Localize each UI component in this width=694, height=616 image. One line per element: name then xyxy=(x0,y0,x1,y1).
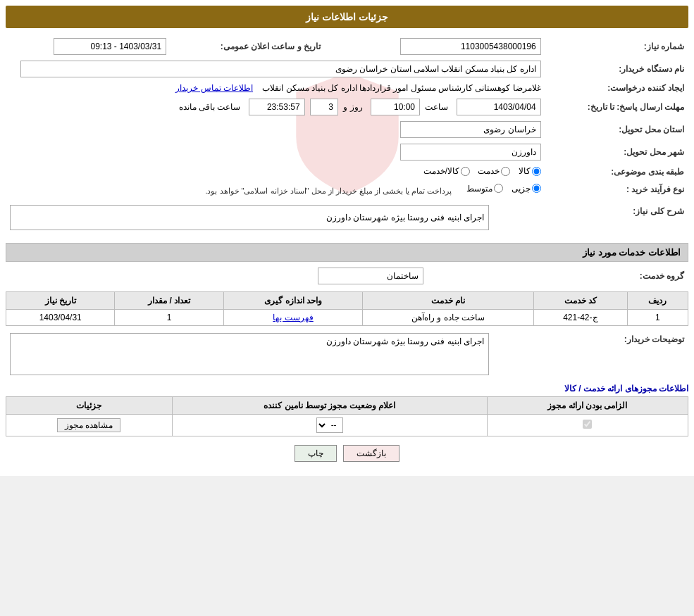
category-kala-khedmat-label: کالا/خدمت xyxy=(423,166,459,176)
row-need-number: شماره نیاز: 1103005438000196 تاریخ و ساع… xyxy=(6,35,688,58)
requester-value: غلامرضا کوهستانی کارشناس مسئول امور قرار… xyxy=(6,80,545,96)
service-group-table: گروه خدمت: ساختمان xyxy=(6,265,688,287)
category-khedmat-radio[interactable] xyxy=(501,167,510,176)
services-table-head: ردیف کد خدمت نام خدمت واحد اندازه گیری ت… xyxy=(6,292,688,310)
buyer-notes-table: توضیحات خریدار: اجرای ابنیه فنی روستا بی… xyxy=(6,330,688,378)
announce-date-label: تاریخ و ساعت اعلان عمومی: xyxy=(171,35,342,58)
licenses-header-row: الزامی بودن ارائه مجوز اعلام وضعیت مجوز … xyxy=(6,397,688,415)
cell-license-details: مشاهده مجوز xyxy=(6,415,173,436)
category-options: کالا خدمت کالا/خدمت xyxy=(6,163,545,181)
announce-date-value: 1403/03/31 - 09:13 xyxy=(6,35,171,58)
city-value: داورزن xyxy=(6,141,545,163)
buyer-org-input: اداره کل بنیاد مسکن انقلاب اسلامی استان … xyxy=(20,61,541,77)
purchase-type-partial[interactable]: جزیی xyxy=(512,184,541,194)
contact-link[interactable]: اطلاعات تماس خریدار xyxy=(175,83,253,93)
category-kala-khedmat[interactable]: کالا/خدمت xyxy=(423,166,470,176)
table-row: -- مشاهده مجوز xyxy=(6,415,688,436)
city-input: داورزن xyxy=(400,144,541,161)
purchase-type-medium-radio[interactable] xyxy=(494,184,503,193)
row-city: شهر محل تحویل: داورزن xyxy=(6,141,688,163)
licenses-table: الزامی بودن ارائه مجوز اعلام وضعیت مجوز … xyxy=(6,396,688,436)
province-label: استان محل تحویل: xyxy=(545,118,688,141)
category-khedmat[interactable]: خدمت xyxy=(478,166,510,176)
buyer-notes-label: توضیحات خریدار: xyxy=(493,330,688,378)
col-row-num: ردیف xyxy=(627,292,688,310)
cell-row-num: 1 xyxy=(627,310,688,326)
purchase-type-medium-label: متوسط xyxy=(466,184,492,194)
service-group-row: گروه خدمت: ساختمان xyxy=(6,265,688,287)
cell-service-name: ساخت جاده و راه‌آهن xyxy=(363,310,533,326)
purchase-type-medium[interactable]: متوسط xyxy=(466,184,503,194)
col-license-required: الزامی بودن ارائه مجوز xyxy=(487,397,688,415)
licenses-section-title: اطلاعات مجوزهای ارائه خدمت / کالا xyxy=(6,384,688,394)
deadline-date-input: 1403/04/04 xyxy=(457,99,541,115)
purchase-type-options: جزیی متوسط پرداخت تمام یا بخشی از مبلغ خ… xyxy=(6,181,545,199)
purchase-type-partial-radio[interactable] xyxy=(532,184,541,193)
licenses-table-body: -- مشاهده مجوز xyxy=(6,415,688,436)
table-row: 1 ج-42-421 ساخت جاده و راه‌آهن فهرست بها… xyxy=(6,310,688,326)
col-need-date: تاریخ نیاز xyxy=(6,292,115,310)
view-license-button[interactable]: مشاهده مجوز xyxy=(57,418,120,432)
cell-unit[interactable]: فهرست بها xyxy=(223,310,363,326)
cell-license-status: -- xyxy=(172,415,487,436)
services-header-row: ردیف کد خدمت نام خدمت واحد اندازه گیری ت… xyxy=(6,292,688,310)
deadline-day-input: 3 xyxy=(310,99,338,115)
need-description-table: شرح کلی نیاز: اجرای ابنیه فنی روستا بیژه… xyxy=(6,202,688,233)
purchase-type-partial-label: جزیی xyxy=(512,184,531,194)
deadline-time-input: 10:00 xyxy=(371,99,420,115)
requester-label: ایجاد کننده درخواست: xyxy=(545,80,688,96)
services-section-title: اطلاعات خدمات مورد نیاز xyxy=(6,243,688,262)
info-table: شماره نیاز: 1103005438000196 تاریخ و ساع… xyxy=(6,35,688,198)
category-kala-label: کالا xyxy=(519,166,531,176)
buyer-notes-value: اجرای ابنیه فنی روستا بیژه شهرستان داورز… xyxy=(6,330,493,378)
purchase-type-note: پرداخت تمام یا بخشی از مبلغ خریدار از مح… xyxy=(205,186,452,194)
deadline-remaining-label: ساعت باقی مانده xyxy=(179,102,241,112)
need-number-input: 1103005438000196 xyxy=(400,38,541,55)
row-province: استان محل تحویل: خراسان رضوی xyxy=(6,118,688,141)
purchase-type-label: نوع فرآیند خرید : xyxy=(545,181,688,199)
print-button[interactable]: چاپ xyxy=(295,445,337,462)
category-khedmat-label: خدمت xyxy=(478,166,500,176)
col-quantity: تعداد / مقدار xyxy=(115,292,223,310)
announce-date-input: 1403/03/31 - 09:13 xyxy=(54,38,166,55)
services-table: ردیف کد خدمت نام خدمت واحد اندازه گیری ت… xyxy=(6,291,688,326)
need-description-row: شرح کلی نیاز: اجرای ابنیه فنی روستا بیژه… xyxy=(6,202,688,233)
deadline-time-label: ساعت xyxy=(425,102,448,112)
need-description-label: شرح کلی نیاز: xyxy=(493,202,688,233)
need-description-value: اجرای ابنیه فنی روستا بیژه شهرستان داورز… xyxy=(6,202,493,233)
page-wrapper: جزئیات اطلاعات نیاز A شماره نیاز: 110300… xyxy=(0,0,694,476)
deadline-values: 1403/04/04 ساعت 10:00 روز و 3 23:53:57 س… xyxy=(6,96,545,118)
col-service-name: نام خدمت xyxy=(363,292,533,310)
row-buyer-org: نام دستگاه خریدار: اداره کل بنیاد مسکن ا… xyxy=(6,58,688,80)
buyer-notes-input: اجرای ابنیه فنی روستا بیژه شهرستان داورز… xyxy=(10,333,489,375)
cell-service-code: ج-42-421 xyxy=(533,310,627,326)
col-license-status: اعلام وضعیت مجوز توسط نامین کننده xyxy=(172,397,487,415)
back-button[interactable]: بازگشت xyxy=(343,445,399,462)
category-kala-radio[interactable] xyxy=(532,167,541,176)
service-group-input: ساختمان xyxy=(318,268,423,284)
buyer-org-value: اداره کل بنیاد مسکن انقلاب اسلامی استان … xyxy=(6,58,545,80)
province-value: خراسان رضوی xyxy=(6,118,545,141)
need-description-input: اجرای ابنیه فنی روستا بیژه شهرستان داورز… xyxy=(10,205,489,230)
deadline-label: مهلت ارسال پاسخ: تا تاریخ: xyxy=(545,96,688,118)
col-service-code: کد خدمت xyxy=(533,292,627,310)
col-unit: واحد اندازه گیری xyxy=(223,292,363,310)
info-section: A شماره نیاز: 1103005438000196 تاریخ و س… xyxy=(6,35,688,237)
cell-need-date: 1403/04/31 xyxy=(6,310,115,326)
license-status-select[interactable]: -- xyxy=(316,417,343,433)
row-category: طبقه بندی موضوعی: کالا خدمت کالا/خدمت xyxy=(6,163,688,181)
row-deadline: مهلت ارسال پاسخ: تا تاریخ: 1403/04/04 سا… xyxy=(6,96,688,118)
requester-text: غلامرضا کوهستانی کارشناس مسئول امور قرار… xyxy=(262,83,540,93)
buttons-row: بازگشت چاپ xyxy=(6,445,688,462)
need-number-label: شماره نیاز: xyxy=(545,35,688,58)
category-kala-khedmat-radio[interactable] xyxy=(461,167,470,176)
info-content: شماره نیاز: 1103005438000196 تاریخ و ساع… xyxy=(6,35,688,233)
buyer-org-label: نام دستگاه خریدار: xyxy=(545,58,688,80)
cell-license-required xyxy=(487,415,688,436)
service-group-label: گروه خدمت: xyxy=(428,265,688,287)
province-input: خراسان رضوی xyxy=(400,121,541,138)
category-kala[interactable]: کالا xyxy=(519,166,541,176)
cell-quantity: 1 xyxy=(115,310,223,326)
need-number-value: 1103005438000196 xyxy=(342,35,545,58)
services-table-body: 1 ج-42-421 ساخت جاده و راه‌آهن فهرست بها… xyxy=(6,310,688,326)
